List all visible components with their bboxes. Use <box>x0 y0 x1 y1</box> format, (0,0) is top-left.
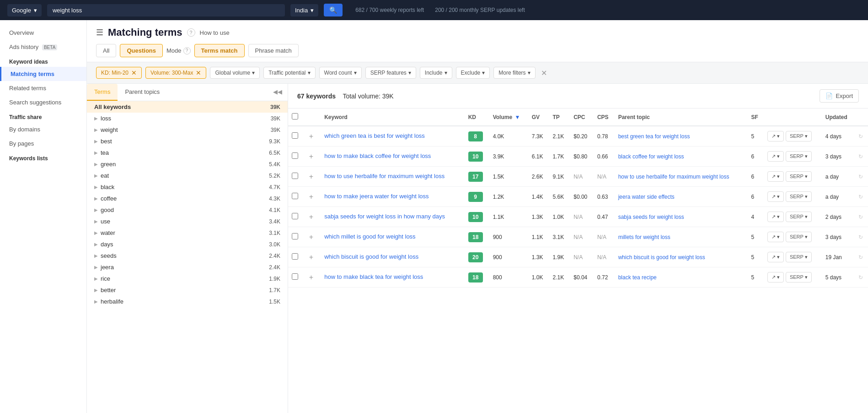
keyword-item[interactable]: ▶ use 3.4K <box>87 216 288 227</box>
serp-button[interactable]: SERP ▾ <box>786 252 812 262</box>
row-checkbox[interactable] <box>292 273 298 280</box>
filter-include[interactable]: Include ▾ <box>420 67 452 79</box>
refresh-icon[interactable]: ↻ <box>858 153 863 160</box>
help-icon[interactable]: ? <box>187 28 195 37</box>
parent-topic-link[interactable]: best green tea for weight loss <box>618 133 690 140</box>
search-button[interactable]: 🔍 <box>324 4 343 16</box>
parent-topic-link[interactable]: which biscuit is good for weight loss <box>618 254 705 261</box>
refresh-icon[interactable]: ↻ <box>858 254 863 261</box>
row-checkbox[interactable] <box>292 253 298 260</box>
filter-chip-volume[interactable]: Volume: 300-Max ✕ <box>145 67 206 79</box>
how-to-link[interactable]: How to use <box>200 29 230 36</box>
filter-traffic-potential[interactable]: Traffic potential ▾ <box>263 67 315 79</box>
refresh-icon[interactable]: ↻ <box>858 174 863 180</box>
row-checkbox[interactable] <box>292 193 298 199</box>
keyword-link[interactable]: which millet is good for weight loss <box>324 233 415 240</box>
row-add-button[interactable]: + <box>307 272 315 283</box>
trend-button[interactable]: ↗ ▾ <box>767 171 784 182</box>
sidebar-item-by-pages[interactable]: By pages <box>0 136 86 151</box>
keyword-item[interactable]: ▶ herbalife 1.5K <box>87 296 288 307</box>
keyword-item[interactable]: ▶ eat 5.2K <box>87 170 288 181</box>
keyword-link[interactable]: how to use herbalife for maximum weight … <box>324 173 445 179</box>
sidebar-item-overview[interactable]: Overview <box>0 26 86 40</box>
trend-button[interactable]: ↗ ▾ <box>767 252 784 262</box>
collapse-panel-button[interactable]: ◀◀ <box>268 84 288 101</box>
keyword-item[interactable]: ▶ jeera 2.4K <box>87 261 288 273</box>
tab-terms-match[interactable]: Terms match <box>194 44 245 57</box>
filter-serp-features[interactable]: SERP features ▾ <box>365 67 416 79</box>
parent-topic-link[interactable]: black tea recipe <box>618 274 657 281</box>
sidebar-item-related-terms[interactable]: Related terms <box>0 81 86 95</box>
keyword-item[interactable]: ▶ best 9.3K <box>87 136 288 147</box>
row-checkbox[interactable] <box>292 213 298 219</box>
sidebar-item-by-domains[interactable]: By domains <box>0 122 86 136</box>
refresh-icon[interactable]: ↻ <box>858 194 863 200</box>
clear-filters-button[interactable]: ✕ <box>541 69 547 77</box>
keyword-link[interactable]: which green tea is best for weight loss <box>324 132 425 139</box>
row-add-button[interactable]: + <box>307 231 315 243</box>
serp-button[interactable]: SERP ▾ <box>786 191 812 202</box>
row-checkbox[interactable] <box>292 173 298 179</box>
trend-button[interactable]: ↗ ▾ <box>767 272 784 283</box>
row-add-button[interactable]: + <box>307 211 315 223</box>
tab-parent-topics[interactable]: Parent topics <box>118 84 167 101</box>
row-checkbox[interactable] <box>292 152 298 159</box>
keyword-item[interactable]: ▶ seeds 2.4K <box>87 250 288 261</box>
country-select[interactable]: India ▾ <box>290 4 318 16</box>
row-checkbox[interactable] <box>292 132 298 139</box>
serp-button[interactable]: SERP ▾ <box>786 232 812 242</box>
trend-button[interactable]: ↗ ▾ <box>767 131 784 141</box>
serp-button[interactable]: SERP ▾ <box>786 272 812 283</box>
tab-terms[interactable]: Terms <box>87 84 118 101</box>
trend-button[interactable]: ↗ ▾ <box>767 232 784 242</box>
trend-button[interactable]: ↗ ▾ <box>767 151 784 162</box>
sidebar-item-search-suggestions[interactable]: Search suggestions <box>0 95 86 109</box>
keyword-item[interactable]: ▶ loss 39K <box>87 113 288 124</box>
parent-topic-link[interactable]: how to use herbalife for maximum weight … <box>618 174 729 180</box>
keyword-item[interactable]: ▶ tea 6.5K <box>87 147 288 158</box>
serp-button[interactable]: SERP ▾ <box>786 151 812 162</box>
keyword-item[interactable]: ▶ water 3.1K <box>87 227 288 239</box>
refresh-icon[interactable]: ↻ <box>858 274 863 281</box>
filter-word-count[interactable]: Word count ▾ <box>319 67 362 79</box>
engine-select[interactable]: Google ▾ <box>7 4 42 16</box>
keyword-link[interactable]: which biscuit is good for weight loss <box>324 253 418 260</box>
keyword-item[interactable]: ▶ better 1.7K <box>87 284 288 296</box>
trend-button[interactable]: ↗ ▾ <box>767 212 784 222</box>
keyword-item[interactable]: ▶ rice 1.9K <box>87 273 288 284</box>
keyword-item[interactable]: ▶ coffee 4.3K <box>87 193 288 204</box>
filter-exclude[interactable]: Exclude ▾ <box>456 67 490 79</box>
tab-phrase-match[interactable]: Phrase match <box>248 44 299 57</box>
all-keywords-item[interactable]: All keywords 39K <box>87 101 288 113</box>
search-input[interactable] <box>47 4 285 16</box>
row-add-button[interactable]: + <box>307 191 315 202</box>
hamburger-icon[interactable]: ☰ <box>96 27 103 38</box>
row-add-button[interactable]: + <box>307 251 315 263</box>
tab-all[interactable]: All <box>96 44 116 57</box>
keyword-link[interactable]: how to make jeera water for weight loss <box>324 193 429 200</box>
keyword-item[interactable]: ▶ black 4.7K <box>87 181 288 193</box>
parent-topic-link[interactable]: jeera water side effects <box>618 194 675 200</box>
export-button[interactable]: 📄 Export <box>820 89 859 103</box>
keyword-item[interactable]: ▶ days 3.0K <box>87 239 288 250</box>
filter-global-volume[interactable]: Global volume ▾ <box>210 67 260 79</box>
filter-volume-remove[interactable]: ✕ <box>196 70 201 76</box>
parent-topic-link[interactable]: millets for weight loss <box>618 234 670 240</box>
row-add-button[interactable]: + <box>307 151 315 162</box>
sidebar-item-ads-history[interactable]: Ads history BETA <box>0 40 86 54</box>
select-all-checkbox[interactable] <box>292 113 298 120</box>
tab-questions[interactable]: Questions <box>120 44 163 57</box>
parent-topic-link[interactable]: sabja seeds for weight loss <box>618 214 684 220</box>
serp-button[interactable]: SERP ▾ <box>786 131 812 141</box>
keyword-link[interactable]: sabja seeds for weight loss in how many … <box>324 213 445 220</box>
serp-button[interactable]: SERP ▾ <box>786 171 812 182</box>
trend-button[interactable]: ↗ ▾ <box>767 191 784 202</box>
sidebar-item-matching-terms[interactable]: Matching terms <box>0 67 86 81</box>
row-add-button[interactable]: + <box>307 130 315 142</box>
keyword-link[interactable]: how to make black coffee for weight loss <box>324 152 431 159</box>
serp-button[interactable]: SERP ▾ <box>786 212 812 222</box>
mode-help-icon[interactable]: ? <box>183 47 191 54</box>
keyword-item[interactable]: ▶ green 5.4K <box>87 158 288 170</box>
keyword-item[interactable]: ▶ good 4.1K <box>87 204 288 216</box>
filter-more[interactable]: More filters ▾ <box>493 67 535 79</box>
